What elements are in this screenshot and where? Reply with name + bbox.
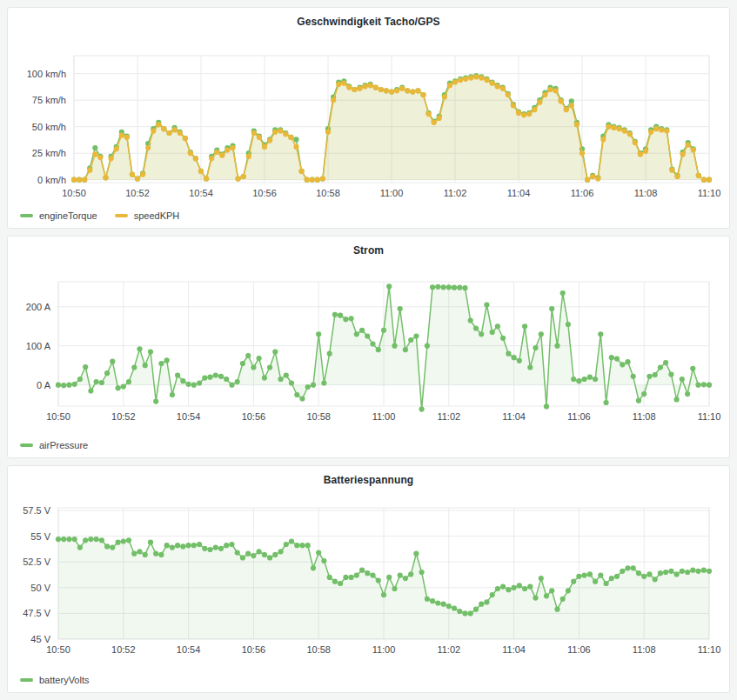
legend-label: engineTorque [39,210,97,221]
svg-text:10:54: 10:54 [177,411,201,422]
svg-text:52.5 V: 52.5 V [23,557,50,567]
svg-text:11:00: 11:00 [372,411,396,422]
legend-label: batteryVolts [39,675,89,685]
speed-chart-legend: engineTorque speedKPH [8,203,729,228]
legend-item-enginetorque[interactable]: engineTorque [20,210,97,221]
svg-text:10:58: 10:58 [316,188,340,198]
svg-text:11:02: 11:02 [444,188,467,198]
svg-text:10:58: 10:58 [306,644,331,655]
legend-item-airpressure[interactable]: airPressure [20,440,88,450]
svg-text:10:56: 10:56 [252,188,277,198]
legend-item-speedkph[interactable]: speedKPH [115,210,180,221]
panel-title-voltage[interactable]: Batteriespannung [8,466,729,492]
svg-text:11:10: 11:10 [698,644,721,655]
panel-title-current[interactable]: Strom [8,237,729,263]
panel-speed: Geschwindigkeit Tacho/GPS 10:5010:5210:5… [7,7,730,229]
svg-text:11:00: 11:00 [372,644,396,655]
svg-text:200 A: 200 A [26,302,51,312]
speedkph-swatch [115,214,128,217]
svg-text:11:06: 11:06 [567,644,591,655]
svg-text:11:10: 11:10 [698,188,721,198]
svg-text:10:52: 10:52 [111,644,136,655]
svg-text:10:52: 10:52 [125,188,150,198]
svg-text:57.5 V: 57.5 V [23,505,50,516]
svg-text:50 km/h: 50 km/h [32,122,66,132]
panel-title-speed[interactable]: Geschwindigkeit Tacho/GPS [8,8,729,34]
legend-label: speedKPH [134,210,180,221]
svg-text:47.5 V: 47.5 V [23,608,50,618]
svg-text:10:54: 10:54 [177,644,201,655]
svg-text:25 km/h: 25 km/h [32,148,66,158]
svg-text:11:08: 11:08 [633,644,656,655]
voltage-chart-legend: batteryVolts [8,668,729,692]
svg-text:11:08: 11:08 [633,411,656,422]
panel-current: Strom 10:5010:5210:5410:5610:5811:0011:0… [7,236,730,458]
panel-voltage: Batteriespannung 10:5010:5210:5410:5610:… [7,465,730,693]
airpressure-swatch [20,443,33,447]
voltage-chart[interactable]: 10:5010:5210:5410:5610:5811:0011:0211:04… [8,492,729,668]
svg-text:0 A: 0 A [37,380,51,390]
batteryvolts-swatch [20,678,33,682]
svg-text:11:06: 11:06 [567,411,591,422]
svg-text:11:04: 11:04 [502,411,526,422]
svg-text:10:50: 10:50 [46,411,70,422]
svg-text:11:02: 11:02 [437,644,460,655]
svg-text:100 A: 100 A [26,341,51,351]
svg-text:50 V: 50 V [30,583,50,593]
legend-item-batteryvolts[interactable]: batteryVolts [20,675,89,685]
current-chart-legend: airPressure [8,433,729,457]
svg-text:75 km/h: 75 km/h [32,95,66,105]
svg-text:100 km/h: 100 km/h [27,69,66,79]
enginetorque-swatch [20,214,33,217]
svg-text:10:56: 10:56 [242,411,266,422]
dashboard: Geschwindigkeit Tacho/GPS 10:5010:5210:5… [0,0,737,700]
current-chart[interactable]: 10:5010:5210:5410:5610:5811:0011:0211:04… [8,263,729,433]
svg-text:10:54: 10:54 [189,188,213,198]
svg-text:10:50: 10:50 [62,188,86,198]
svg-text:11:04: 11:04 [507,188,531,198]
svg-text:10:58: 10:58 [306,411,331,422]
svg-text:55 V: 55 V [30,531,50,542]
svg-text:11:00: 11:00 [380,188,404,198]
svg-text:10:56: 10:56 [242,644,266,655]
svg-text:10:52: 10:52 [111,411,136,422]
svg-text:11:06: 11:06 [571,188,594,198]
svg-text:11:04: 11:04 [502,644,526,655]
svg-text:0 km/h: 0 km/h [37,175,66,185]
svg-text:11:10: 11:10 [698,411,721,422]
svg-text:11:08: 11:08 [634,188,658,198]
legend-label: airPressure [39,440,88,450]
speed-chart[interactable]: 10:5010:5210:5410:5610:5811:0011:0211:04… [8,34,729,203]
svg-text:11:02: 11:02 [437,411,460,422]
svg-text:10:50: 10:50 [46,644,70,655]
svg-text:45 V: 45 V [30,634,50,644]
